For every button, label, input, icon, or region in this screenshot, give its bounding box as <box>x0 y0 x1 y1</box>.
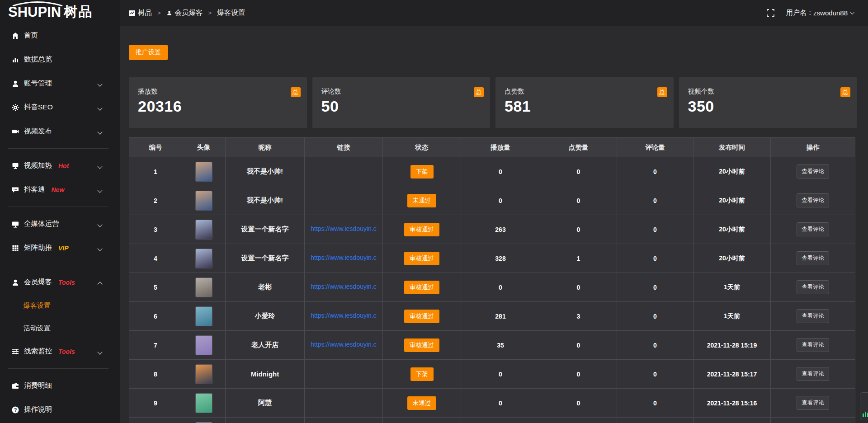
breadcrumb-item-app[interactable]: 树品 <box>129 8 152 18</box>
sidebar-item-video-heat[interactable]: 视频加热 Hot <box>0 154 120 178</box>
avatar <box>195 191 212 211</box>
avatar <box>195 364 212 384</box>
sidebar-item-home[interactable]: 首页 <box>0 24 120 47</box>
sidebar-item-member-baoke[interactable]: 会员爆客 Tools <box>0 270 120 294</box>
avatar <box>195 393 212 413</box>
plays-count: 0 <box>461 157 540 186</box>
video-link[interactable]: https://www.iesdouyin.c <box>311 225 377 232</box>
page-title: 爆客设置 <box>217 8 245 18</box>
sidebar-item-douketong[interactable]: 抖客通 New <box>0 178 120 202</box>
plays-count: 328 <box>461 244 540 273</box>
comments-count: 0 <box>617 273 693 302</box>
sidebar-subitem-baoke-settings[interactable]: 爆客设置 <box>0 294 120 317</box>
sidebar-item-data-overview[interactable]: 数据总览 <box>0 47 120 71</box>
nickname: 阿慧 <box>258 399 272 406</box>
table-row: 2 我不是小帅! 未通过 0 0 0 20小时前 查看评论 <box>129 186 855 215</box>
likes-count: 0 <box>540 215 617 244</box>
status-button[interactable]: 审核通过 <box>404 252 439 265</box>
chevron-down-icon <box>97 246 102 251</box>
user-menu[interactable]: 用户名： zswodun88 <box>786 9 854 17</box>
status-button[interactable]: 未通过 <box>407 396 437 410</box>
status-button[interactable]: 审核通过 <box>404 310 439 323</box>
likes-count <box>540 418 617 423</box>
promo-settings-button[interactable]: 推广设置 <box>129 45 168 60</box>
main-content: 推广设置 播放数 20316 总 评论数 50 总 点赞数 581 总 视频个数… <box>120 26 868 423</box>
col-actions: 操作 <box>771 138 855 157</box>
heat-icon <box>11 162 19 170</box>
col-likes: 点赞量 <box>540 138 617 157</box>
row-id: 6 <box>129 302 182 331</box>
stat-card-plays: 播放数 20316 总 <box>129 77 307 128</box>
sidebar-divider <box>8 265 108 265</box>
plays-count: 263 <box>461 215 540 244</box>
logo-text-en: SHUPIN <box>8 5 61 19</box>
chevron-down-icon <box>97 349 102 354</box>
table-row: 1 我不是小帅! 下架 0 0 0 20小时前 查看评论 <box>129 157 855 186</box>
video-link[interactable]: https://www.iesdouyin.c <box>311 341 377 348</box>
svg-text:?: ? <box>14 407 17 413</box>
sidebar-item-video-publish[interactable]: 视频发布 <box>0 119 120 143</box>
breadcrumb-separator: > <box>157 9 161 16</box>
app-logo[interactable]: SHUPIN 树品 <box>0 0 120 24</box>
stat-value: 20316 <box>138 98 301 115</box>
video-link[interactable]: https://www.iesdouyin.c <box>311 312 377 319</box>
likes-count: 0 <box>540 186 617 215</box>
status-button[interactable]: 审核通过 <box>404 223 439 236</box>
view-comments-button[interactable]: 查看评论 <box>797 309 829 323</box>
plays-count: 281 <box>461 302 540 331</box>
view-comments-button[interactable]: 查看评论 <box>797 396 829 410</box>
nickname: 老人开店 <box>251 341 278 348</box>
video-icon <box>11 127 19 136</box>
publish-time: 20小时前 <box>693 244 771 273</box>
sidebar-item-clue-monitor[interactable]: 线索监控 Tools <box>0 339 120 363</box>
sidebar-subitem-activity-settings[interactable]: 活动设置 <box>0 317 120 339</box>
video-table-wrap: 编号 头像 昵称 链接 状态 播放量 点赞量 评论量 发布时间 操作 1 我不是… <box>129 137 857 423</box>
video-link[interactable]: https://www.iesdouyin.c <box>311 283 377 290</box>
plays-count: 0 <box>461 186 540 215</box>
sidebar-item-instructions[interactable]: ? 操作说明 <box>0 398 120 422</box>
fullscreen-icon[interactable] <box>767 9 774 17</box>
total-badge: 总 <box>657 87 667 97</box>
chart-icon <box>11 56 19 64</box>
view-comments-button[interactable]: 查看评论 <box>797 367 829 381</box>
sidebar-item-consumption-detail[interactable]: 消费明细 <box>0 374 120 398</box>
view-comments-button[interactable]: 查看评论 <box>797 222 829 236</box>
col-link: 链接 <box>305 138 383 157</box>
vip-badge: VIP <box>58 244 69 252</box>
sidebar-item-douyin-seo[interactable]: 抖音SEO <box>0 95 120 119</box>
likes-count: 0 <box>540 360 617 389</box>
table-header-row: 编号 头像 昵称 链接 状态 播放量 点赞量 评论量 发布时间 操作 <box>129 138 855 157</box>
status-button[interactable]: 下架 <box>410 367 434 381</box>
likes-count: 0 <box>540 331 617 360</box>
comments-count: 0 <box>617 244 693 273</box>
status-button[interactable]: 审核通过 <box>404 338 439 352</box>
avatar <box>195 335 212 355</box>
view-comments-button[interactable]: 查看评论 <box>797 164 829 179</box>
publish-time: 2021-11-28 15:19 <box>693 331 771 360</box>
view-comments-button[interactable]: 查看评论 <box>797 338 829 352</box>
breadcrumb-item-member-baoke[interactable]: 会员爆客 <box>166 8 203 18</box>
col-plays: 播放量 <box>461 138 540 157</box>
status-button[interactable]: 下架 <box>410 165 434 179</box>
view-comments-button[interactable]: 查看评论 <box>797 280 829 294</box>
signal-bars-icon <box>863 412 868 417</box>
stat-card-comments: 评论数 50 总 <box>312 77 491 128</box>
video-link[interactable]: https://www.iesdouyin.c <box>311 254 377 261</box>
chevron-up-icon <box>97 282 102 287</box>
sidebar: SHUPIN 树品 首页 数据总览 账号管理 <box>0 0 120 423</box>
col-avatar: 头像 <box>182 138 226 157</box>
sidebar-item-matrix-boost[interactable]: 矩阵助推 VIP <box>0 236 120 260</box>
stat-label: 视频个数 <box>688 87 851 96</box>
floating-widget[interactable] <box>860 392 868 420</box>
sidebar-item-omnimedia[interactable]: 全媒体运营 <box>0 212 120 236</box>
status-button[interactable]: 未通过 <box>407 194 437 207</box>
member-icon <box>11 278 19 287</box>
stat-cards: 播放数 20316 总 评论数 50 总 点赞数 581 总 视频个数 350 … <box>129 77 857 128</box>
view-comments-button[interactable]: 查看评论 <box>797 193 829 207</box>
view-comments-button[interactable]: 查看评论 <box>797 251 829 265</box>
hot-badge: Hot <box>58 162 69 169</box>
sidebar-item-account-mgmt[interactable]: 账号管理 <box>0 71 120 95</box>
publish-time: 2021-11-28 15:17 <box>693 360 771 389</box>
likes-count: 0 <box>540 157 617 186</box>
status-button[interactable]: 审核通过 <box>404 281 439 294</box>
